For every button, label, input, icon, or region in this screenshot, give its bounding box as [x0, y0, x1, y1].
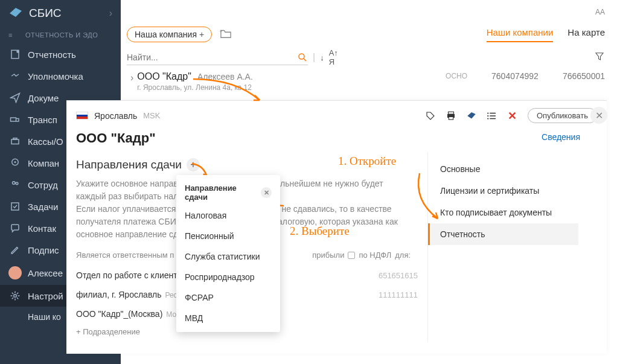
right-item-main[interactable]: Основные — [428, 158, 578, 180]
ndfl-checkbox[interactable] — [348, 252, 355, 259]
dropdown-item-fsrar[interactable]: ФСРАР — [176, 287, 280, 308]
pen-icon — [8, 244, 22, 255]
city-code: MSK — [143, 111, 160, 120]
svg-rect-3 — [11, 139, 19, 144]
info-link[interactable]: Сведения — [542, 132, 580, 142]
tag-icon[interactable] — [425, 110, 436, 121]
dropdown-item-pension[interactable]: Пенсионный — [176, 226, 280, 246]
print-icon[interactable] — [446, 110, 456, 121]
section-label: ОТЧЕТНОСТЬ И ЭДО — [25, 31, 98, 39]
search-input[interactable] — [127, 50, 297, 65]
city-name: Ярославль — [94, 111, 137, 121]
company-person: Алексеев А.А. — [197, 72, 253, 81]
chevron-right-icon[interactable]: › — [109, 8, 112, 19]
svg-point-7 — [13, 182, 16, 185]
company-chip[interactable]: Наша компания + — [127, 27, 212, 42]
svg-rect-4 — [13, 138, 17, 139]
add-direction-button[interactable]: + — [187, 158, 200, 171]
svg-point-16 — [487, 112, 488, 113]
sidebar-item-label: Контак — [28, 223, 56, 234]
cash-icon — [8, 136, 22, 147]
resp-label: Является ответственным п — [76, 251, 174, 260]
header-tabs: Наши компании На карте — [487, 27, 605, 42]
dropdown-title: Направление сдачи ✕ — [176, 179, 280, 205]
svg-point-18 — [487, 118, 488, 119]
sidebar-item-reports[interactable]: Отчетность — [0, 43, 121, 65]
dept-name: Отдел по работе с клиента — [76, 270, 182, 280]
handshake-icon — [8, 71, 22, 81]
dropdown-item-mvd[interactable]: МВД — [176, 308, 280, 328]
svg-point-12 — [299, 54, 304, 59]
dept-sub: Мо — [166, 310, 176, 319]
menu-icon[interactable]: ≡ — [8, 31, 19, 39]
resp-ndfl-label: по НДФЛ — [359, 251, 391, 260]
close-icon[interactable]: ✕ — [261, 187, 272, 198]
list-icon[interactable] — [487, 110, 497, 121]
company-row[interactable]: › ООО "Кадр" Алексеев А.А. г. Ярославль,… — [130, 71, 605, 92]
dept-code: 111111111 — [379, 290, 418, 299]
filter-icon[interactable] — [594, 51, 605, 64]
logo-icon — [8, 6, 23, 21]
sidebar-item-label: Задачи — [28, 202, 58, 212]
right-item-signers[interactable]: Кто подписывает документы — [428, 202, 578, 223]
panel-title: ООО "Кадр" — [66, 128, 607, 152]
svg-rect-2 — [11, 118, 16, 121]
folder-add-icon[interactable]: + — [219, 28, 232, 41]
people-icon — [8, 179, 22, 190]
chevron-right-icon[interactable]: › — [130, 72, 133, 83]
section-title: Направления сдачи — [76, 158, 182, 171]
sort-down-icon[interactable]: ↓ — [320, 53, 324, 62]
sidebar-item-auth[interactable]: Уполномочка — [0, 65, 121, 87]
header: Наша компания + + Наши компании На карте — [127, 27, 605, 42]
svg-text:+: + — [219, 28, 222, 34]
svg-rect-15 — [449, 117, 453, 120]
panel-header: Ярославль MSK ✕ Опубликовать — [66, 101, 607, 128]
user-name: Алексее — [28, 268, 63, 278]
company-icon — [8, 158, 22, 168]
send-icon — [8, 92, 22, 103]
chip-label: Наша компания — [135, 30, 197, 39]
logo-text: СБИС — [29, 7, 62, 20]
dept-code: 651651615 — [379, 271, 418, 280]
publish-button[interactable]: Опубликовать — [528, 108, 597, 123]
report-icon — [8, 49, 22, 60]
gear-icon — [8, 290, 22, 301]
dropdown-item-tax[interactable]: Налоговая — [176, 205, 280, 226]
sidebar-item-label: Компан — [28, 158, 59, 168]
panel-right-nav: Основные Лицензии и сертификаты Кто подп… — [427, 152, 578, 342]
sort-alpha-icon[interactable]: А↑Я — [329, 48, 338, 66]
sub-label: Наши ко — [28, 312, 61, 322]
dropdown-item-stats[interactable]: Служба статистики — [176, 246, 280, 267]
sidebar-item-label: Докуме — [28, 93, 59, 103]
right-item-reports[interactable]: Отчетность — [428, 223, 578, 245]
dropdown-item-rosprirod[interactable]: Росприроднадзор — [176, 267, 280, 287]
sidebar-item-label: Подпис — [28, 245, 59, 255]
tab-on-map[interactable]: На карте — [567, 27, 605, 42]
font-size-control[interactable]: AA — [595, 8, 605, 16]
kpp-code: 766650001 — [563, 71, 605, 81]
svg-point-17 — [487, 115, 488, 116]
sidebar-item-label: Трансп — [28, 115, 57, 125]
bird-icon[interactable] — [466, 110, 477, 121]
resp-profit-label: прибыли — [312, 251, 344, 260]
direction-dropdown: Направление сдачи ✕ Налоговая Пенсионный… — [176, 175, 280, 332]
sidebar-item-label: Уполномочка — [28, 71, 83, 81]
panel-body: Направления сдачи + Укажите основное нап… — [66, 152, 607, 342]
plus-icon: + — [199, 30, 204, 39]
svg-rect-9 — [11, 203, 19, 210]
sidebar-item-label: Отчетность — [28, 49, 76, 60]
delete-icon[interactable]: ✕ — [507, 110, 518, 121]
tab-our-companies[interactable]: Наши компании — [487, 27, 554, 42]
chat-icon — [8, 223, 22, 234]
close-button[interactable]: ✕ — [590, 107, 607, 124]
svg-point-10 — [14, 295, 17, 298]
sidebar-logo[interactable]: СБИС › — [0, 0, 121, 27]
right-item-licenses[interactable]: Лицензии и сертификаты — [428, 180, 578, 202]
sidebar-item-label: Настрой — [28, 291, 63, 301]
svg-point-6 — [14, 161, 16, 163]
flag-ru-icon — [76, 112, 88, 120]
search-icon[interactable] — [297, 52, 308, 63]
svg-point-1 — [16, 50, 19, 53]
sidebar-item-label: Кассы/О — [28, 136, 63, 147]
detail-panel: ✕ Ярославль MSK ✕ Опубликовать ООО "Кадр… — [66, 100, 607, 354]
